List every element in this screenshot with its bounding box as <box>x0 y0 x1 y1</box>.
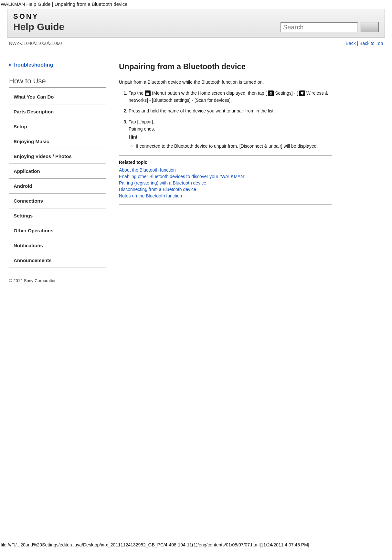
page-title: Help Guide <box>13 21 64 32</box>
hint-label: Hint <box>129 134 332 141</box>
back-links: Back | Back to Top <box>346 41 383 46</box>
related-link[interactable]: About the Bluetooth function <box>119 167 176 173</box>
sidebar: Troubleshooting How to Use What You Can … <box>9 62 106 268</box>
sidebar-item[interactable]: Announcements <box>9 253 106 268</box>
sidebar-item[interactable]: Android <box>9 179 106 194</box>
brand-block: SONY Help Guide <box>13 12 64 32</box>
divider <box>119 155 332 156</box>
browser-tab-title: WALKMAN Help Guide | Unpairing from a Bl… <box>0 0 392 7</box>
back-to-top-link[interactable]: Back to Top <box>359 41 383 46</box>
sidebar-item[interactable]: Enjoying Music <box>9 134 106 149</box>
related-topic-list: About the Bluetooth function Enabling ot… <box>119 167 332 198</box>
steps-list: Tap the ☰ (Menu) button with the Home sc… <box>119 90 332 150</box>
sub-bar: NWZ-Z1040/Z1050/Z1060 Back | Back to Top <box>7 37 385 46</box>
related-link[interactable]: Disconnecting from a Bluetooth device <box>119 187 196 192</box>
sidebar-item[interactable]: Notifications <box>9 238 106 253</box>
sidebar-item[interactable]: Setup <box>9 119 106 134</box>
hint-item: If connected to the Bluetooth device to … <box>136 143 332 150</box>
hint-list: If connected to the Bluetooth device to … <box>129 143 332 150</box>
sidebar-nav-list: What You Can Do Parts Description Setup … <box>9 90 106 268</box>
sidebar-item[interactable]: What You Can Do <box>9 90 106 104</box>
step-text: Tap the <box>129 90 145 96</box>
step-text: Tap [Unpair]. <box>129 119 154 124</box>
troubleshooting-label: Troubleshooting <box>13 62 53 68</box>
sidebar-item[interactable]: Other Operations <box>9 223 106 238</box>
search-button[interactable] <box>360 22 379 32</box>
sidebar-heading: How to Use <box>9 77 106 88</box>
back-link[interactable]: Back <box>346 41 356 46</box>
step-item: Tap [Unpair]. Pairing ends. Hint If conn… <box>129 119 332 150</box>
sony-logo: SONY <box>13 12 64 21</box>
troubleshooting-link[interactable]: Troubleshooting <box>9 62 106 68</box>
separator: | <box>356 41 359 46</box>
spacer <box>7 296 385 542</box>
settings-icon: ⚙ <box>268 90 274 96</box>
search-input[interactable] <box>281 22 358 32</box>
model-number: NWZ-Z1040/Z1050/Z1060 <box>9 41 62 46</box>
step-text: Pairing ends. <box>129 126 155 132</box>
main-content: Unpairing from a Bluetooth device Unpair… <box>119 62 332 268</box>
related-topic-heading: Related topic <box>119 160 332 165</box>
sidebar-item[interactable]: Settings <box>9 208 106 223</box>
related-link[interactable]: Enabling other Bluetooth devices to disc… <box>119 174 246 179</box>
sidebar-item[interactable]: Enjoying Videos / Photos <box>9 149 106 164</box>
step-item: Tap the ☰ (Menu) button with the Home sc… <box>129 90 332 104</box>
search-form <box>281 22 379 32</box>
related-link[interactable]: Pairing (registering) with a Bluetooth d… <box>119 180 206 185</box>
related-link[interactable]: Notes on the Bluetooth function <box>119 193 182 198</box>
divider <box>119 204 332 205</box>
step-text: Settings] - [ <box>275 90 298 96</box>
menu-icon: ☰ <box>145 90 151 96</box>
article-title: Unpairing from a Bluetooth device <box>119 62 332 71</box>
step-item: Press and hold the name of the device yo… <box>129 108 332 115</box>
sidebar-item[interactable]: Application <box>9 164 106 179</box>
footer-url: file:///F|/...20and%20Settings/editorala… <box>0 542 392 549</box>
copyright: © 2012 Sony Corporation <box>7 274 385 296</box>
wireless-icon <box>299 90 305 96</box>
header: SONY Help Guide <box>7 9 385 37</box>
step-text: (Menu) button with the Home screen displ… <box>152 90 267 96</box>
sidebar-item[interactable]: Connections <box>9 194 106 208</box>
article-intro: Unpair from a Bluetooth device while the… <box>119 79 332 85</box>
sidebar-item[interactable]: Parts Description <box>9 104 106 119</box>
